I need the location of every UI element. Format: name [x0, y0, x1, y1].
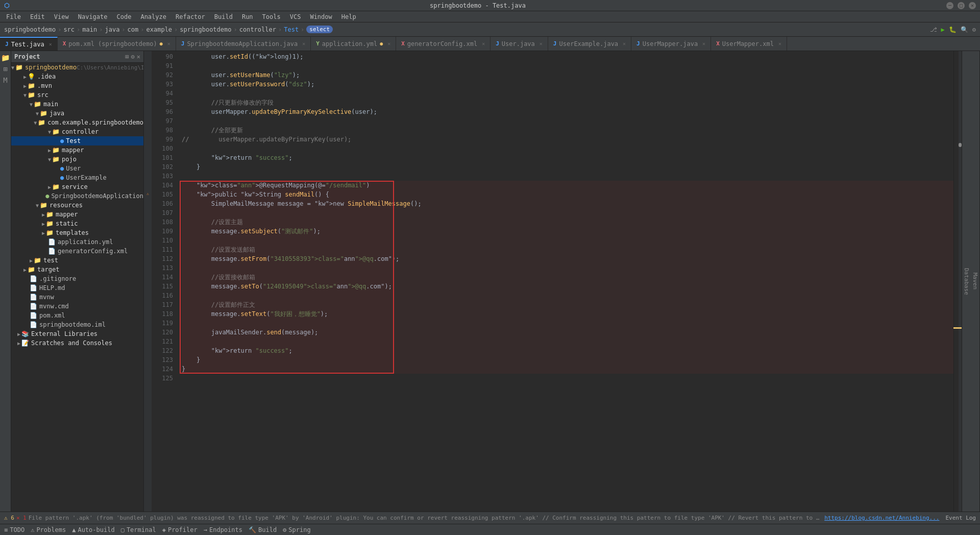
settings-icon[interactable]: ⚙: [972, 26, 976, 33]
tree-item-idea[interactable]: ▶ 💡 .idea: [11, 72, 143, 81]
tree-item-application_yml[interactable]: 📄 application.yml: [11, 237, 143, 247]
tab-generatorconfig-xml[interactable]: X generatorConfig.xml ✕: [396, 37, 491, 51]
maximize-button[interactable]: □: [958, 2, 965, 9]
menu-view[interactable]: View: [50, 12, 73, 21]
select-badge[interactable]: select: [306, 26, 333, 33]
menu-tools[interactable]: Tools: [258, 12, 285, 21]
tree-item-mapper[interactable]: ▶ 📁 mapper: [11, 145, 143, 155]
debug-icon[interactable]: 🐛: [949, 26, 957, 33]
tree-item-root[interactable]: ▼📁springbootdemo C:\Users\Anniebing\Idea…: [11, 63, 143, 72]
maven-tab[interactable]: Maven: [971, 51, 980, 512]
menu-vcs[interactable]: VCS: [286, 12, 305, 21]
menu-analyze[interactable]: Analyze: [136, 12, 170, 21]
tab-userexample-java[interactable]: J UserExample.java ✕: [548, 37, 631, 51]
status-url[interactable]: https://blog.csdn.net/Anniebing...: [824, 515, 939, 521]
tree-close-icon[interactable]: ✕: [137, 53, 140, 60]
tab-pom-xml--springbootdemo-[interactable]: X pom.xml (springbootdemo)● ✕: [58, 37, 176, 51]
tab-close-icon[interactable]: ✕: [623, 41, 626, 46]
tree-item-scratches[interactable]: ▶ 📝 Scratches and Consoles: [11, 338, 143, 348]
breadcrumb-item[interactable]: springbootdemo: [180, 26, 231, 33]
tab-close-icon[interactable]: ✕: [540, 41, 543, 46]
menu-build[interactable]: Build: [210, 12, 237, 21]
tree-expand-icon[interactable]: ⊞: [125, 53, 129, 60]
tree-item-templates[interactable]: ▶ 📁 templates: [11, 228, 143, 237]
tree-item-main[interactable]: ▼ 📁 main: [11, 100, 143, 109]
tree-item-static[interactable]: ▶ 📁 static: [11, 219, 143, 228]
tab-usermapper-xml[interactable]: X UserMapper.xml ✕: [711, 37, 787, 51]
tree-item-UserExample[interactable]: ● UserExample: [11, 173, 143, 182]
menu-edit[interactable]: Edit: [26, 12, 49, 21]
sidebar-project-icon[interactable]: 📁: [1, 53, 10, 62]
toolbar-item-build[interactable]: 🔨Build: [249, 526, 277, 533]
tree-item-mvnw_cmd[interactable]: 📄 mvnw.cmd: [11, 302, 143, 311]
breadcrumb-item[interactable]: example: [146, 26, 173, 33]
toolbar-item-spring[interactable]: ⚙Spring: [283, 526, 311, 533]
tree-item-User[interactable]: ● User: [11, 164, 143, 173]
toolbar-item-endpoints[interactable]: →Endpoints: [204, 526, 242, 533]
close-button[interactable]: ✕: [969, 2, 976, 9]
breadcrumb-item[interactable]: Test: [284, 26, 299, 33]
toolbar-item-problems[interactable]: ⚠Problems: [31, 526, 66, 533]
tree-item-springbootdemo_iml[interactable]: 📄 springbootdemo.iml: [11, 320, 143, 329]
tree-item-generatorConfig[interactable]: 📄 generatorConfig.xml: [11, 247, 143, 256]
menu-refactor[interactable]: Refactor: [172, 12, 209, 21]
tab-application-yml[interactable]: Y application.yml● ✕: [311, 37, 396, 51]
tree-item-mvn[interactable]: ▶ 📁 .mvn: [11, 81, 143, 90]
vcs-icon[interactable]: ⎇: [930, 26, 937, 33]
toolbar-item-terminal[interactable]: ▢Terminal: [121, 526, 156, 533]
run-icon[interactable]: ▶: [941, 26, 945, 33]
tree-item-src[interactable]: ▼ 📁 src: [11, 90, 143, 100]
menu-file[interactable]: File: [2, 12, 25, 21]
tree-item-service[interactable]: ▶ 📁 service: [11, 182, 143, 191]
tab-user-java[interactable]: J User.java ✕: [491, 37, 548, 51]
tree-item-Test[interactable]: ● Test: [11, 136, 143, 145]
tree-item-mvnw[interactable]: 📄 mvnw: [11, 293, 143, 302]
code-line-113: [182, 263, 953, 273]
tab-close-icon[interactable]: ✕: [167, 41, 170, 46]
minimize-button[interactable]: ─: [946, 2, 953, 9]
toolbar-item-profiler[interactable]: ◈Profiler: [162, 526, 198, 533]
tree-item-target[interactable]: ▶ 📁 target: [11, 265, 143, 274]
tree-item-resources[interactable]: ▼ 📁 resources: [11, 201, 143, 210]
menu-navigate[interactable]: Navigate: [74, 12, 112, 21]
tree-item-com_example[interactable]: ▼ 📁 com.example.springbootdemo: [11, 118, 143, 127]
breadcrumb-item[interactable]: main: [82, 26, 97, 33]
tree-item-java[interactable]: ▼ 📁 java: [11, 109, 143, 118]
tree-item-SpringbootdemoApp[interactable]: ● SpringbootdemoApplication: [11, 191, 143, 201]
tab-close-icon[interactable]: ✕: [482, 41, 485, 46]
tree-item-pojo[interactable]: ▼ 📁 pojo: [11, 155, 143, 164]
tree-item-external_libs[interactable]: ▶ 📚 External Libraries: [11, 329, 143, 338]
breadcrumb-item[interactable]: java: [105, 26, 119, 33]
breadcrumb-item[interactable]: springbootdemo: [4, 26, 56, 33]
tree-item-gitignore[interactable]: 📄 .gitignore: [11, 274, 143, 283]
menu-code[interactable]: Code: [113, 12, 136, 21]
event-log-button[interactable]: Event Log: [945, 515, 976, 521]
sidebar-structure-icon[interactable]: ⊞: [1, 64, 10, 74]
breadcrumb-item[interactable]: com: [128, 26, 139, 33]
tab-usermapper-java[interactable]: J UserMapper.java ✕: [631, 37, 711, 51]
tab-close-icon[interactable]: ✕: [778, 41, 781, 46]
tab-close-icon[interactable]: ✕: [702, 41, 705, 46]
tree-item-HELP[interactable]: 📄 HELP.md: [11, 283, 143, 293]
tree-item-test[interactable]: ▶ 📁 test: [11, 256, 143, 265]
sidebar-maven-icon[interactable]: M: [1, 76, 10, 85]
toolbar-item-auto-build[interactable]: ▲Auto-build: [72, 526, 114, 533]
menu-help[interactable]: Help: [337, 12, 360, 21]
menu-window[interactable]: Window: [306, 12, 336, 21]
tab-close-icon[interactable]: ✕: [387, 41, 390, 46]
code-editor[interactable]: user.setId(("kw">long)1); user.setUserNa…: [178, 51, 953, 512]
tree-settings-icon[interactable]: ⚙: [131, 53, 135, 60]
search-icon[interactable]: 🔍: [961, 26, 968, 33]
tree-item-mapper2[interactable]: ▶ 📁 mapper: [11, 210, 143, 219]
menu-run[interactable]: Run: [238, 12, 257, 21]
tab-test-java[interactable]: J Test.java ✕: [0, 37, 58, 51]
tree-item-pom_xml[interactable]: 📄 pom.xml: [11, 311, 143, 320]
toolbar-item-todo[interactable]: ≡TODO: [4, 526, 24, 533]
tab-springbootdemoapplication-java[interactable]: J SpringbootdemoApplication.java ✕: [176, 37, 311, 51]
breadcrumb-item[interactable]: src: [63, 26, 75, 33]
breadcrumb-item[interactable]: controller: [239, 26, 276, 33]
tree-item-controller[interactable]: ▼ 📁 controller: [11, 127, 143, 136]
database-tab[interactable]: Database: [962, 51, 971, 512]
tab-close-icon[interactable]: ✕: [302, 41, 305, 46]
tab-close-icon[interactable]: ✕: [49, 41, 52, 47]
